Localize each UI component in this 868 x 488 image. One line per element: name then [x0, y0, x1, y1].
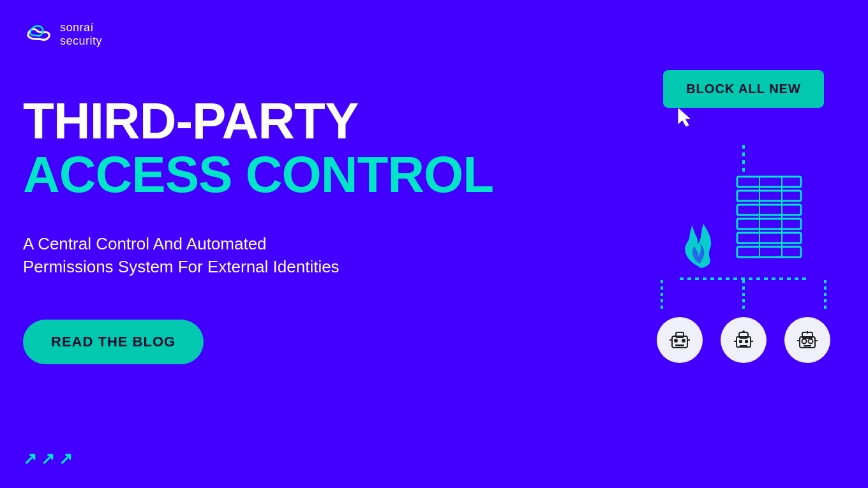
read-blog-button[interactable]: READ THE BLOG — [23, 320, 204, 364]
svg-point-27 — [802, 339, 807, 344]
svg-rect-4 — [737, 233, 801, 243]
block-btn-wrapper: BLOCK ALL NEW — [663, 70, 824, 108]
svg-point-28 — [809, 339, 813, 344]
logo-text: sonraí security — [60, 21, 102, 47]
connector-top — [742, 145, 745, 174]
svg-point-18 — [742, 330, 745, 333]
svg-rect-5 — [737, 247, 801, 257]
diagram-section: BLOCK ALL NEW — [654, 70, 833, 363]
svg-rect-13 — [675, 344, 684, 346]
logo-line1: sonraí — [60, 21, 102, 34]
branch-left — [661, 280, 663, 312]
svg-rect-1 — [737, 191, 801, 201]
arrow-decorations: ↗ ↗ ↗ — [23, 449, 73, 469]
svg-point-12 — [682, 339, 685, 343]
robot-circle-3 — [784, 317, 830, 363]
branch-right — [824, 280, 827, 312]
svg-rect-19 — [739, 340, 742, 343]
fire-icon — [677, 212, 721, 272]
robots-row — [657, 317, 830, 363]
db-fire-area — [673, 174, 814, 272]
headline-cyan: ACCESS CONTROL — [23, 148, 493, 202]
svg-rect-26 — [807, 331, 808, 334]
svg-point-11 — [674, 339, 678, 343]
svg-rect-3 — [737, 219, 801, 229]
arrow-icon-2: ↗ — [41, 449, 55, 469]
arrow-icon-1: ↗ — [23, 449, 37, 469]
block-all-new-button[interactable]: BLOCK ALL NEW — [663, 70, 824, 108]
hero-section: THIRD-PARTY ACCESS CONTROL A Central Con… — [23, 94, 493, 364]
arrow-icon-3: ↗ — [59, 449, 73, 469]
cursor-icon — [676, 107, 694, 132]
database-icon — [731, 174, 807, 265]
header: sonraí security — [23, 18, 102, 51]
svg-rect-2 — [737, 205, 801, 215]
svg-rect-29 — [804, 345, 811, 347]
svg-rect-20 — [745, 340, 748, 343]
robot-circle-2 — [721, 317, 767, 363]
logo-icon — [23, 18, 54, 51]
svg-rect-0 — [737, 177, 801, 187]
hero-subtitle: A Central Control And AutomatedPermissio… — [23, 232, 457, 279]
branch-center — [742, 280, 745, 312]
headline-white: THIRD-PARTY — [23, 94, 493, 148]
branch-section — [654, 277, 833, 312]
logo-line2: security — [60, 34, 102, 48]
robot-circle-1 — [657, 317, 703, 363]
